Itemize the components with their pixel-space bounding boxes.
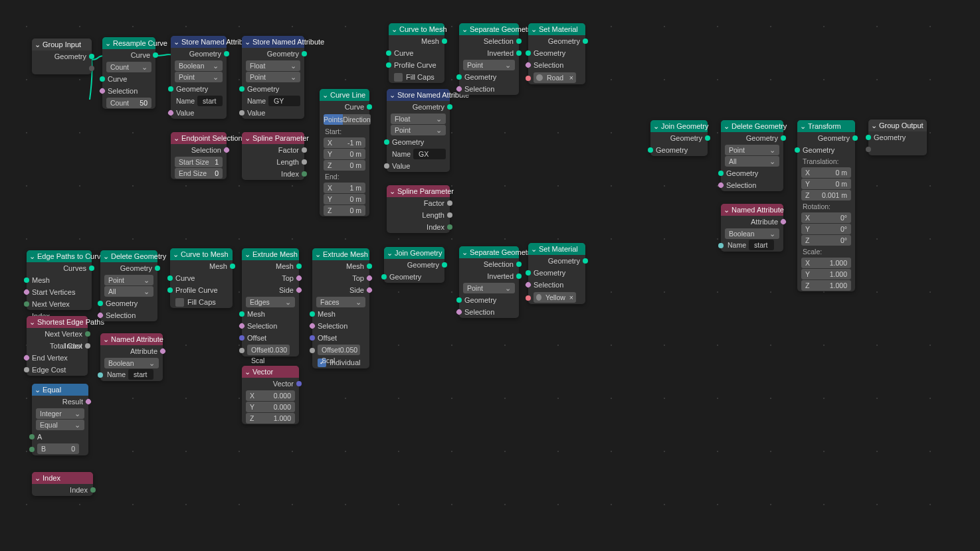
input-start-size[interactable]: Start Size1 bbox=[175, 157, 223, 167]
node-header[interactable]: ⌄Join Geometry bbox=[384, 247, 444, 259]
input-name[interactable]: start bbox=[197, 96, 223, 106]
input-name[interactable]: start bbox=[128, 369, 153, 380]
node-header[interactable]: ⌄Group Output bbox=[868, 119, 927, 131]
node-curve-line[interactable]: ⌄Curve Line Curve PointsDirection Start:… bbox=[320, 89, 369, 216]
node-curve-to-mesh[interactable]: ⌄Curve to Mesh Mesh Curve Profile Curve … bbox=[389, 23, 444, 83]
material-chip[interactable]: Yellow× bbox=[534, 292, 576, 303]
node-header[interactable]: ⌄Index bbox=[32, 472, 93, 484]
socket-edge-cost-in: Edge Cost bbox=[27, 364, 88, 376]
node-header[interactable]: ⌄Store Named Attribute bbox=[171, 36, 227, 48]
node-header[interactable]: ⌄Endpoint Selection bbox=[171, 132, 227, 144]
dropdown-mode[interactable]: All bbox=[104, 286, 153, 297]
node-header[interactable]: ⌄Delete Geometry bbox=[721, 120, 783, 132]
dropdown-type[interactable]: Boolean bbox=[175, 60, 223, 71]
node-group-input[interactable]: ⌄Group Input Geometry bbox=[32, 39, 92, 74]
node-header[interactable]: ⌄Delete Geometry bbox=[100, 250, 157, 262]
node-header[interactable]: ⌄Spline Parameter bbox=[387, 185, 450, 197]
input-offset-scale[interactable]: Offset Scal0.050 bbox=[318, 345, 360, 355]
input-offset-scale[interactable]: Offset Scal0.030 bbox=[247, 345, 290, 355]
node-edge-paths-to-curves[interactable]: ⌄Edge Paths to Curves Curves Mesh Start … bbox=[27, 250, 92, 310]
node-set-material[interactable]: ⌄Set Material Geometry Geometry Selectio… bbox=[528, 243, 585, 304]
dropdown-domain[interactable]: Point bbox=[463, 283, 515, 293]
dropdown-type[interactable]: Float bbox=[391, 114, 446, 124]
dropdown-mode[interactable]: All bbox=[725, 156, 779, 167]
input-b[interactable]: B0 bbox=[37, 443, 79, 454]
node-header[interactable]: ⌄Vector bbox=[242, 366, 299, 378]
node-index[interactable]: ⌄Index Index bbox=[32, 472, 93, 496]
input-end-size[interactable]: End Size0 bbox=[175, 168, 223, 179]
node-header[interactable]: ⌄Curve Line bbox=[320, 89, 369, 101]
input-name[interactable]: start bbox=[749, 240, 774, 250]
node-delete-geometry[interactable]: ⌄Delete Geometry Geometry Point All Geom… bbox=[721, 120, 783, 191]
material-chip[interactable]: Road× bbox=[534, 72, 576, 83]
node-header[interactable]: ⌄Curve to Mesh bbox=[170, 248, 233, 260]
node-header[interactable]: ⌄Equal bbox=[32, 384, 88, 396]
node-header[interactable]: ⌄Shortest Edge Paths bbox=[27, 316, 88, 328]
node-header[interactable]: ⌄Separate Geometry bbox=[459, 23, 519, 35]
dropdown-operation[interactable]: Equal bbox=[36, 420, 84, 430]
checkbox-fill-caps[interactable]: Fill Caps bbox=[170, 296, 233, 308]
node-header[interactable]: ⌄Store Named Attribute bbox=[242, 36, 304, 48]
node-header[interactable]: ⌄Set Material bbox=[528, 243, 585, 255]
node-spline-parameter[interactable]: ⌄Spline Parameter Factor Length Index bbox=[242, 132, 304, 180]
dropdown-type[interactable]: Integer bbox=[36, 408, 84, 419]
node-header[interactable]: ⌄Store Named Attribute bbox=[387, 89, 450, 101]
dropdown-mode[interactable]: Edges bbox=[246, 297, 295, 307]
node-equal[interactable]: ⌄Equal Result Integer Equal A B0 bbox=[32, 384, 88, 455]
node-header[interactable]: ⌄Curve to Mesh bbox=[389, 23, 444, 35]
input-name[interactable]: GX bbox=[413, 149, 446, 159]
node-header[interactable]: ⌄Set Material bbox=[528, 23, 585, 35]
node-header[interactable]: ⌄Extrude Mesh bbox=[242, 248, 299, 260]
node-set-material[interactable]: ⌄Set Material Geometry Geometry Selectio… bbox=[528, 23, 585, 84]
node-resample-curve[interactable]: ⌄Resample Curve Curve Count Curve Select… bbox=[102, 37, 155, 109]
input-name[interactable]: GY bbox=[268, 96, 300, 106]
dropdown-domain[interactable]: Point bbox=[391, 125, 446, 135]
node-delete-geometry[interactable]: ⌄Delete Geometry Geometry Point All Geom… bbox=[100, 250, 157, 321]
checkbox-individual[interactable]: ✓Individual bbox=[312, 356, 369, 368]
node-transform[interactable]: ⌄Transform Geometry Geometry Translation… bbox=[797, 120, 855, 291]
node-header[interactable]: ⌄Resample Curve bbox=[102, 37, 155, 49]
node-header[interactable]: ⌄Edge Paths to Curves bbox=[27, 250, 92, 262]
node-store-named-attribute[interactable]: ⌄Store Named Attribute Geometry Float Po… bbox=[387, 89, 450, 172]
node-store-named-attribute[interactable]: ⌄Store Named Attribute Geometry Boolean … bbox=[171, 36, 227, 119]
dropdown-domain[interactable]: Point bbox=[175, 72, 223, 82]
dropdown-type[interactable]: Float bbox=[246, 60, 300, 71]
node-separate-geometry[interactable]: ⌄Separate Geometry Selection Inverted Po… bbox=[459, 23, 519, 95]
node-extrude-mesh[interactable]: ⌄Extrude Mesh Mesh Top Side Edges Mesh S… bbox=[242, 248, 299, 356]
node-named-attribute[interactable]: ⌄Named Attribute Attribute Boolean Names… bbox=[100, 333, 163, 381]
dropdown-type[interactable]: Boolean bbox=[104, 358, 159, 368]
node-header[interactable]: ⌄Separate Geometry bbox=[459, 246, 519, 258]
checkbox-fill-caps[interactable]: Fill Caps bbox=[389, 71, 444, 83]
dropdown-type[interactable]: Boolean bbox=[725, 228, 779, 239]
socket-profile-in: Profile Curve bbox=[389, 59, 444, 71]
node-header[interactable]: ⌄Named Attribute bbox=[721, 204, 783, 216]
node-header[interactable]: ⌄Spline Parameter bbox=[242, 132, 304, 144]
dropdown-domain[interactable]: Point bbox=[725, 145, 779, 155]
node-header[interactable]: ⌄Group Input bbox=[32, 39, 92, 50]
node-curve-to-mesh[interactable]: ⌄Curve to Mesh Mesh Curve Profile Curve … bbox=[170, 248, 233, 308]
dropdown-domain[interactable]: Point bbox=[104, 275, 153, 285]
node-extrude-mesh[interactable]: ⌄Extrude Mesh Mesh Top Side Faces Mesh S… bbox=[312, 248, 369, 368]
dropdown-mode[interactable]: Count bbox=[106, 62, 151, 72]
node-join-geometry[interactable]: ⌄Join Geometry Geometry Geometry bbox=[650, 120, 708, 156]
node-shortest-edge-paths[interactable]: ⌄Shortest Edge Paths Next Vertex Index T… bbox=[27, 316, 88, 376]
node-header[interactable]: ⌄Transform bbox=[797, 120, 855, 132]
node-endpoint-selection[interactable]: ⌄Endpoint Selection Selection Start Size… bbox=[171, 132, 227, 179]
node-spline-parameter[interactable]: ⌄Spline Parameter Factor Length Index bbox=[387, 185, 450, 233]
close-icon[interactable]: × bbox=[569, 72, 573, 84]
node-store-named-attribute[interactable]: ⌄Store Named Attribute Geometry Float Po… bbox=[242, 36, 304, 119]
close-icon[interactable]: × bbox=[569, 291, 573, 303]
node-header[interactable]: ⌄Extrude Mesh bbox=[312, 248, 369, 260]
node-header[interactable]: ⌄Named Attribute bbox=[100, 333, 163, 345]
node-vector[interactable]: ⌄Vector Vector X0.000 Y0.000 Z1.000 bbox=[242, 366, 299, 424]
node-named-attribute[interactable]: ⌄Named Attribute Attribute Boolean Names… bbox=[721, 204, 783, 252]
node-join-geometry[interactable]: ⌄Join Geometry Geometry Geometry bbox=[384, 247, 444, 283]
dropdown-domain[interactable]: Point bbox=[246, 72, 300, 82]
node-header[interactable]: ⌄Join Geometry bbox=[650, 120, 708, 132]
node-separate-geometry[interactable]: ⌄Separate Geometry Selection Inverted Po… bbox=[459, 246, 519, 318]
input-count[interactable]: Count50 bbox=[106, 98, 151, 108]
dropdown-domain[interactable]: Point bbox=[463, 60, 515, 70]
dropdown-mode[interactable]: Faces bbox=[316, 297, 365, 307]
node-group-output[interactable]: ⌄Group Output Geometry bbox=[868, 119, 927, 155]
toggle-mode[interactable]: PointsDirection bbox=[324, 114, 365, 125]
